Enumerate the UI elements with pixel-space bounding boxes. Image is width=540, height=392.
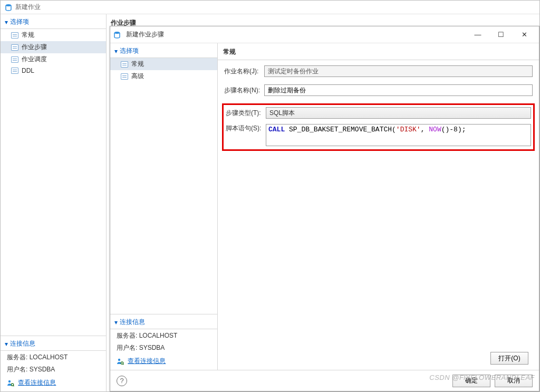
chevron-down-icon: ▾ <box>114 319 118 326</box>
dialog-title-bar: 新建作业步骤 — ☐ ✕ <box>110 26 539 43</box>
list-icon <box>121 73 128 80</box>
step-name-row: 步骤名称(N): <box>224 84 533 96</box>
close-button[interactable]: ✕ <box>513 27 536 42</box>
dialog-footer: ? 确定 取消 <box>110 370 539 391</box>
svg-line-3 <box>13 385 14 386</box>
outer-user-line: 用户名: SYSDBA <box>1 363 106 375</box>
dialog-view-conn-link[interactable]: 查看连接信息 <box>110 353 217 367</box>
outer-title-bar: 新建作业 <box>1 1 539 14</box>
dialog-nav-advanced[interactable]: 高级 <box>110 70 217 82</box>
dialog-title-text: 新建作业步骤 <box>126 30 164 39</box>
outer-title-text: 新建作业 <box>15 3 41 12</box>
outer-body: ▾ 选择项 常规 作业步骤 作业调度 DDL ▾ 连接信息 服务器: LOCAL… <box>1 14 539 391</box>
dialog-body: ▾ 选择项 常规 高级 ▾ 连接信息 <box>110 43 539 370</box>
list-icon <box>121 61 128 68</box>
window-controls: — ☐ ✕ <box>466 27 536 42</box>
nav-item-schedule[interactable]: 作业调度 <box>1 53 106 65</box>
list-icon <box>11 56 18 63</box>
dialog-right-heading: 常规 <box>218 43 539 60</box>
ok-button[interactable]: 确定 <box>452 375 490 387</box>
job-name-input[interactable] <box>264 65 533 77</box>
nav-item-general[interactable]: 常规 <box>1 29 106 41</box>
svg-point-4 <box>114 32 120 34</box>
script-row: 脚本语句(S): CALL SP_DB_BAKSET_REMOVE_BATCH(… <box>226 124 531 146</box>
database-icon <box>5 4 12 11</box>
dialog-left-panel: ▾ 选择项 常规 高级 ▾ 连接信息 <box>110 43 218 370</box>
nav-item-steps[interactable]: 作业步骤 <box>1 41 106 53</box>
outer-conn-info: ▾ 连接信息 服务器: LOCALHOST 用户名: SYSDBA 查看连接信息 <box>1 336 106 391</box>
job-name-row: 作业名称(J): <box>224 65 533 77</box>
dialog-select-header[interactable]: ▾ 选择项 <box>110 43 217 58</box>
outer-conn-header[interactable]: ▾ 连接信息 <box>1 336 106 351</box>
form-area: 作业名称(J): 步骤名称(N): 步骤类型(T): SQL脚本 <box>218 60 539 370</box>
step-name-label: 步骤名称(N): <box>224 86 264 95</box>
script-label: 脚本语句(S): <box>226 124 266 133</box>
cancel-button[interactable]: 取消 <box>495 375 533 387</box>
outer-left-panel: ▾ 选择项 常规 作业步骤 作业调度 DDL ▾ 连接信息 服务器: LOCAL… <box>1 14 107 391</box>
dialog-user-line: 用户名: SYSDBA <box>110 341 217 353</box>
step-name-input[interactable] <box>264 84 533 96</box>
dialog-nav-general[interactable]: 常规 <box>110 58 217 70</box>
dialog-nav-list: 常规 高级 <box>110 58 217 82</box>
step-dialog: 新建作业步骤 — ☐ ✕ ▾ 选择项 常 <box>110 26 539 391</box>
highlight-box: 步骤类型(T): SQL脚本 脚本语句(S): CALL SP_DB_BAKSE… <box>222 103 535 151</box>
open-button-row: 打开(O) <box>224 350 533 368</box>
help-button[interactable]: ? <box>117 376 127 386</box>
svg-line-7 <box>123 364 124 365</box>
svg-point-0 <box>6 4 11 6</box>
nav-item-ddl[interactable]: DDL <box>1 65 106 76</box>
maximize-button[interactable]: ☐ <box>489 27 513 42</box>
chevron-down-icon: ▾ <box>5 18 8 26</box>
step-type-label: 步骤类型(T): <box>226 109 266 118</box>
svg-point-1 <box>8 380 11 383</box>
minimize-button[interactable]: — <box>466 27 489 42</box>
outer-view-conn-link[interactable]: 查看连接信息 <box>1 375 106 388</box>
chevron-down-icon: ▾ <box>114 47 118 55</box>
step-type-select[interactable]: SQL脚本 <box>266 107 531 119</box>
list-icon <box>11 32 18 39</box>
job-name-label: 作业名称(J): <box>224 67 264 76</box>
list-icon <box>11 68 18 74</box>
dialog-right-panel: 常规 作业名称(J): 步骤名称(N): <box>218 43 539 370</box>
outer-server-line: 服务器: LOCALHOST <box>1 351 106 363</box>
person-search-icon <box>7 379 14 387</box>
svg-point-5 <box>118 359 120 361</box>
outer-select-section-header[interactable]: ▾ 选择项 <box>1 14 106 29</box>
chevron-down-icon: ▾ <box>5 340 8 348</box>
script-textarea[interactable]: CALL SP_DB_BAKSET_REMOVE_BATCH('DISK', N… <box>266 124 531 146</box>
outer-window: 新建作业 ▾ 选择项 常规 作业步骤 作业调度 DDL ▾ 连接信息 服务器: … <box>0 0 540 392</box>
outer-right-area: 作业步骤 新建作业步骤 — ☐ ✕ <box>107 14 539 391</box>
database-icon <box>113 31 121 39</box>
open-button[interactable]: 打开(O) <box>490 352 528 365</box>
dialog-conn-header[interactable]: ▾ 连接信息 <box>110 314 217 329</box>
outer-nav-list: 常规 作业步骤 作业调度 DDL <box>1 29 106 76</box>
step-type-row: 步骤类型(T): SQL脚本 <box>226 107 531 119</box>
list-icon <box>11 44 18 51</box>
dialog-server-line: 服务器: LOCALHOST <box>110 329 217 341</box>
dialog-conn-info: ▾ 连接信息 服务器: LOCALHOST 用户名: SYSDBA 查看连接信息 <box>110 314 217 370</box>
person-search-icon <box>117 358 124 365</box>
